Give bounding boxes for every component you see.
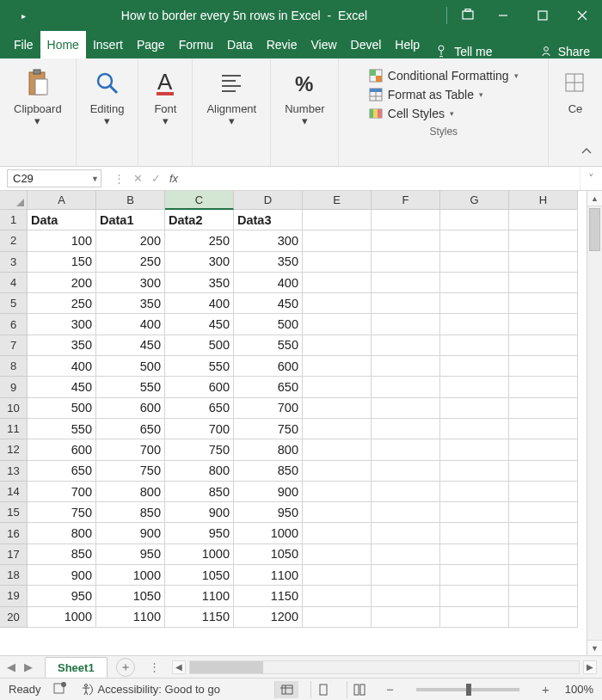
- macro-record-icon[interactable]: [53, 681, 67, 697]
- cell[interactable]: 750: [28, 502, 96, 523]
- cell[interactable]: 400: [165, 293, 234, 314]
- cell[interactable]: [440, 523, 509, 543]
- cell[interactable]: 750: [234, 419, 303, 439]
- cell[interactable]: 1100: [234, 565, 303, 586]
- row-header[interactable]: 10: [0, 398, 28, 419]
- cell[interactable]: [372, 565, 440, 586]
- tab-view[interactable]: View: [304, 31, 343, 58]
- cell[interactable]: [303, 502, 372, 523]
- cell[interactable]: [372, 230, 440, 251]
- cell[interactable]: [303, 356, 372, 377]
- tab-data[interactable]: Data: [220, 31, 260, 58]
- cell[interactable]: 550: [96, 377, 165, 397]
- zoom-level[interactable]: 100%: [565, 683, 593, 696]
- cell[interactable]: [509, 565, 578, 586]
- cell[interactable]: [509, 607, 578, 628]
- cell[interactable]: [303, 419, 372, 439]
- cell[interactable]: 350: [165, 273, 234, 293]
- cell[interactable]: 550: [165, 356, 234, 377]
- cell[interactable]: 800: [234, 439, 303, 460]
- zoom-out-button[interactable]: −: [383, 682, 397, 697]
- cell[interactable]: 1000: [234, 523, 303, 543]
- scroll-right-icon[interactable]: ▶: [583, 660, 597, 674]
- zoom-slider[interactable]: [416, 688, 519, 691]
- new-sheet-button[interactable]: ＋: [116, 658, 135, 677]
- cell[interactable]: 200: [96, 230, 165, 251]
- cell[interactable]: [303, 210, 372, 230]
- cell[interactable]: 100: [28, 230, 96, 251]
- cell[interactable]: 400: [96, 314, 165, 335]
- cell[interactable]: 250: [28, 293, 96, 314]
- cell[interactable]: 1050: [234, 544, 303, 565]
- cell[interactable]: 600: [28, 439, 96, 460]
- cell[interactable]: 950: [165, 523, 234, 543]
- cell[interactable]: [509, 356, 578, 377]
- cell[interactable]: [440, 482, 509, 502]
- cell[interactable]: [372, 377, 440, 397]
- cell[interactable]: 250: [96, 252, 165, 273]
- cell[interactable]: 1000: [28, 607, 96, 628]
- cell[interactable]: [440, 210, 509, 230]
- cell[interactable]: [372, 293, 440, 314]
- cell[interactable]: [303, 314, 372, 335]
- cell[interactable]: 700: [234, 398, 303, 419]
- cell[interactable]: 300: [234, 230, 303, 251]
- alignment-button[interactable]: Alignment▾: [201, 64, 261, 132]
- select-all-corner[interactable]: [0, 191, 28, 210]
- cell[interactable]: 1000: [96, 565, 165, 586]
- cell[interactable]: [440, 273, 509, 293]
- cell[interactable]: [440, 230, 509, 251]
- cell[interactable]: 1050: [96, 586, 165, 606]
- cell[interactable]: [303, 461, 372, 482]
- row-header[interactable]: 6: [0, 314, 28, 335]
- cell[interactable]: 450: [96, 335, 165, 356]
- number-button[interactable]: % Number▾: [280, 64, 329, 132]
- cell[interactable]: [509, 523, 578, 543]
- tab-formulas[interactable]: Formu: [172, 31, 220, 58]
- cell[interactable]: [303, 523, 372, 543]
- cell[interactable]: [372, 398, 440, 419]
- cell[interactable]: 150: [28, 252, 96, 273]
- cell[interactable]: 300: [28, 314, 96, 335]
- cell[interactable]: 700: [165, 419, 234, 439]
- tab-home[interactable]: Home: [40, 31, 86, 58]
- cell[interactable]: 500: [96, 356, 165, 377]
- cell[interactable]: [440, 398, 509, 419]
- row-header[interactable]: 8: [0, 356, 28, 377]
- cell[interactable]: 350: [28, 335, 96, 356]
- cell[interactable]: [372, 419, 440, 439]
- tab-help[interactable]: Help: [388, 31, 427, 58]
- row-header[interactable]: 17: [0, 544, 28, 565]
- cell[interactable]: [440, 377, 509, 397]
- cell[interactable]: [440, 544, 509, 565]
- cell[interactable]: 600: [165, 377, 234, 397]
- cell[interactable]: Data2: [165, 210, 234, 230]
- sheet-tab-sheet1[interactable]: Sheet1: [45, 657, 108, 678]
- cell[interactable]: [303, 565, 372, 586]
- row-header[interactable]: 7: [0, 335, 28, 356]
- cell[interactable]: [303, 544, 372, 565]
- row-header[interactable]: 13: [0, 461, 28, 482]
- cell[interactable]: 850: [234, 461, 303, 482]
- cell[interactable]: [303, 335, 372, 356]
- tab-file[interactable]: File: [7, 31, 40, 58]
- cell[interactable]: 350: [234, 252, 303, 273]
- scroll-left-icon[interactable]: ◀: [172, 660, 186, 674]
- column-header-B[interactable]: B: [96, 191, 165, 210]
- horizontal-scrollbar[interactable]: [189, 660, 580, 674]
- cell[interactable]: [440, 607, 509, 628]
- cell[interactable]: [303, 398, 372, 419]
- cell[interactable]: [440, 293, 509, 314]
- formula-dots-icon[interactable]: ⋮: [114, 172, 125, 185]
- cell[interactable]: 300: [96, 273, 165, 293]
- cell[interactable]: [509, 314, 578, 335]
- cell[interactable]: 200: [28, 273, 96, 293]
- tell-me-search[interactable]: Tell me: [427, 45, 501, 58]
- column-header-D[interactable]: D: [234, 191, 303, 210]
- cell-styles-button[interactable]: Cell Styles▾: [364, 105, 459, 122]
- qat-customize-icon[interactable]: ▸: [17, 9, 31, 22]
- cell[interactable]: 450: [28, 377, 96, 397]
- cell[interactable]: 750: [165, 439, 234, 460]
- cell[interactable]: [303, 252, 372, 273]
- cell[interactable]: 500: [28, 398, 96, 419]
